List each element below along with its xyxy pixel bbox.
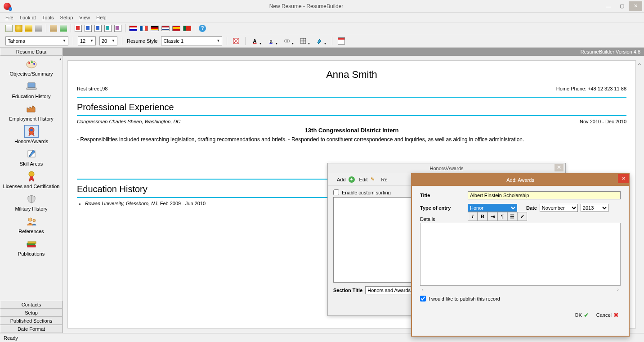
cross-icon: ✖ bbox=[613, 311, 619, 319]
export-html-icon[interactable] bbox=[85, 25, 92, 32]
section-title-label: Section Title bbox=[333, 288, 362, 293]
help-icon[interactable]: ? bbox=[199, 25, 206, 32]
scroll-right-icon[interactable]: › bbox=[617, 287, 619, 292]
bullets-button[interactable]: ☰ bbox=[507, 212, 517, 221]
close-button[interactable]: ✕ bbox=[629, 1, 642, 11]
check-icon: ✔ bbox=[584, 311, 589, 319]
export-pdf-icon[interactable] bbox=[75, 25, 82, 32]
sidebar-footer-contacts[interactable]: Contacts bbox=[0, 301, 63, 309]
scroll-left-icon[interactable]: ‹ bbox=[422, 287, 424, 292]
honors-remove-button[interactable]: Re bbox=[381, 177, 388, 182]
flag-fr-icon[interactable] bbox=[140, 26, 148, 31]
flag-nl-icon[interactable] bbox=[161, 26, 170, 31]
sidebar-item-label: Employment History bbox=[1, 116, 62, 122]
sidebar-item-label: References bbox=[1, 229, 62, 234]
sidebar-item-licenses[interactable]: Licenses and Certification bbox=[0, 169, 63, 192]
spellcheck-button[interactable]: ✓ bbox=[517, 212, 527, 221]
link-color-icon[interactable]: ▼ bbox=[282, 36, 291, 45]
sidebar-item-education[interactable]: Education History bbox=[0, 79, 63, 102]
lowercase-icon[interactable]: a▼ bbox=[266, 36, 275, 45]
calendar-icon[interactable] bbox=[337, 36, 346, 45]
sidebar-item-employment[interactable]: Employment History bbox=[0, 102, 63, 124]
sidebar-item-objective[interactable]: Objective/Summary bbox=[0, 57, 63, 79]
publish-checkbox[interactable]: I would like to publish this record bbox=[420, 296, 621, 302]
sidebar-item-honors[interactable]: Honors/Awards bbox=[0, 124, 63, 147]
menu-file[interactable]: File bbox=[5, 15, 13, 20]
new-icon[interactable] bbox=[5, 25, 13, 32]
sidebar-item-references[interactable]: References bbox=[0, 214, 63, 237]
honors-panel-close-button[interactable]: ✕ bbox=[555, 164, 564, 171]
version-bar: ResumeBuilder Version 4.8 bbox=[63, 48, 644, 56]
sidebar-footer-setup[interactable]: Setup bbox=[0, 309, 63, 317]
upload-icon[interactable] bbox=[60, 25, 67, 32]
font-family-dropdown[interactable]: Tahoma▼ bbox=[5, 36, 68, 45]
menu-setup[interactable]: Setup bbox=[60, 15, 73, 20]
year-dropdown[interactable]: 2013 bbox=[581, 204, 608, 212]
cancel-button[interactable]: Cancel✖ bbox=[595, 310, 621, 320]
month-dropdown[interactable]: November bbox=[540, 204, 578, 212]
paragraph-button[interactable]: ¶ bbox=[497, 212, 507, 221]
titlebar: New Resume - ResumeBuilder — ▢ ✕ bbox=[0, 0, 644, 13]
border-icon[interactable]: ▼ bbox=[299, 36, 308, 45]
highlight-icon[interactable]: ▼ bbox=[315, 36, 324, 45]
app-icon bbox=[4, 3, 11, 10]
svg-point-18 bbox=[33, 219, 36, 222]
indent-button[interactable]: ⇥ bbox=[487, 212, 497, 221]
sidebar-item-skills[interactable]: Skill Areas bbox=[0, 147, 63, 169]
sidebar-item-label: Education History bbox=[1, 94, 62, 99]
preview-icon[interactable] bbox=[232, 36, 241, 45]
print-icon[interactable] bbox=[35, 25, 42, 32]
scroll-up-icon[interactable]: ⌃ bbox=[637, 62, 642, 69]
svg-rect-11 bbox=[27, 88, 36, 90]
sidebar-header-resume-data[interactable]: Resume Data bbox=[0, 48, 63, 56]
mail-icon[interactable] bbox=[50, 25, 57, 32]
export-txt-icon[interactable] bbox=[114, 25, 121, 32]
laptop-icon bbox=[24, 80, 39, 93]
sidebar-item-label: Skill Areas bbox=[1, 161, 62, 166]
save-icon[interactable] bbox=[25, 25, 32, 32]
sidebar-item-label: Honors/Awards bbox=[1, 139, 62, 144]
sidebar-footer-published[interactable]: Published Sections bbox=[0, 317, 63, 325]
export-rtf-icon[interactable] bbox=[104, 25, 112, 32]
font-size1-dropdown[interactable]: 12▼ bbox=[78, 36, 96, 45]
sidebar-item-label: Military History bbox=[1, 206, 62, 212]
title-input[interactable] bbox=[468, 191, 621, 199]
svg-point-15 bbox=[29, 171, 34, 177]
svg-rect-21 bbox=[27, 245, 36, 247]
svg-point-8 bbox=[31, 61, 33, 63]
export-doc-icon[interactable] bbox=[94, 25, 102, 32]
menu-lookat[interactable]: Look at bbox=[20, 15, 36, 20]
font-size2-dropdown[interactable]: 20▼ bbox=[99, 36, 117, 45]
font-color-icon[interactable]: A▼ bbox=[250, 36, 259, 45]
resume-phone: Home Phone: +48 12 323 11 88 bbox=[556, 86, 626, 91]
toolbar-main: ? bbox=[0, 22, 644, 34]
add-dialog-close-button[interactable]: ✕ bbox=[618, 174, 629, 183]
sidebar-scroll-up-icon[interactable]: ▴ bbox=[59, 57, 62, 61]
bold-button[interactable]: B bbox=[478, 212, 487, 221]
people-icon bbox=[24, 215, 39, 228]
flag-es-icon[interactable] bbox=[172, 26, 180, 31]
menu-tools[interactable]: Tools bbox=[42, 15, 54, 20]
sidebar-item-publications[interactable]: Publications bbox=[0, 237, 63, 259]
flag-pt-icon[interactable] bbox=[183, 26, 191, 31]
flag-de-icon[interactable] bbox=[151, 26, 159, 31]
type-dropdown[interactable]: Honor bbox=[468, 204, 517, 212]
flag-uk-icon[interactable] bbox=[129, 26, 137, 31]
ok-button[interactable]: OK✔ bbox=[573, 310, 591, 320]
add-awards-dialog: Add: Awards ✕ Title Type of entry Honor … bbox=[411, 173, 630, 337]
sidebar-item-label: Publications bbox=[1, 251, 62, 256]
resume-style-dropdown[interactable]: Classic 1▼ bbox=[161, 36, 222, 45]
minimize-button[interactable]: — bbox=[602, 1, 615, 11]
toolbar-format: Tahoma▼ 12▼ 20▼ Resume Style Classic 1▼ … bbox=[0, 34, 644, 48]
honors-add-button[interactable]: Add+ bbox=[337, 176, 355, 183]
italic-button[interactable]: I bbox=[468, 212, 478, 221]
resume-style-label: Resume Style bbox=[127, 38, 157, 44]
open-icon[interactable] bbox=[15, 25, 22, 32]
sidebar-footer-dateformat[interactable]: Date Format bbox=[0, 325, 63, 333]
sidebar-item-military[interactable]: Military History bbox=[0, 192, 63, 214]
menu-help[interactable]: Help bbox=[96, 15, 107, 20]
maximize-button[interactable]: ▢ bbox=[615, 1, 629, 11]
menu-view[interactable]: View bbox=[79, 15, 90, 20]
honors-edit-button[interactable]: Edit✎ bbox=[359, 176, 377, 183]
details-editor[interactable] bbox=[420, 223, 621, 286]
